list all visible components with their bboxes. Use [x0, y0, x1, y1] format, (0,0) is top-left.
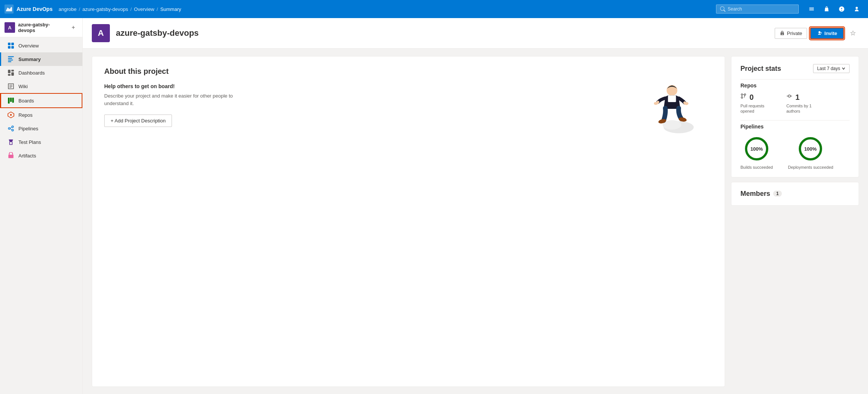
private-badge: Private	[775, 28, 807, 39]
pull-requests-metric: 0 Pull requests opened	[740, 93, 774, 114]
svg-rect-5	[8, 56, 14, 57]
shopping-bag-icon-btn[interactable]	[820, 2, 833, 16]
svg-rect-9	[8, 70, 11, 73]
pipelines-title: Pipelines	[740, 124, 850, 130]
test-plans-icon	[7, 138, 15, 146]
project-stats-card: Project stats Last 7 days Repos	[731, 56, 859, 177]
sidebar-item-dashboards[interactable]: Dashboards	[0, 66, 82, 79]
about-project-card: About this project Help others to get on…	[92, 56, 725, 387]
chevron-down-icon	[842, 67, 845, 70]
pipelines-divider	[740, 120, 850, 121]
svg-point-16	[10, 114, 12, 116]
breadcrumb-current: Summary	[160, 6, 181, 12]
svg-rect-24	[668, 95, 676, 102]
sidebar-item-wiki[interactable]: Wiki	[0, 79, 82, 93]
top-nav-icons	[805, 2, 863, 16]
sidebar-item-boards[interactable]: Boards	[0, 93, 82, 108]
private-label: Private	[787, 31, 802, 36]
svg-point-28	[741, 97, 743, 98]
sidebar-item-pipelines[interactable]: Pipelines	[0, 122, 82, 135]
members-header: Members 1	[740, 190, 850, 198]
about-subtitle: Help others to get on board!	[104, 83, 713, 89]
svg-rect-13	[8, 98, 10, 104]
members-count-badge: 1	[773, 191, 782, 197]
brand-name: Azure DevOps	[17, 6, 53, 12]
sidebar-item-summary[interactable]: Summary	[0, 52, 82, 66]
sidebar-item-repos[interactable]: Repos	[0, 108, 82, 122]
boards-icon	[7, 97, 15, 104]
svg-rect-12	[8, 74, 11, 76]
deployments-circle-wrap: 100% Deployments succeeded	[788, 136, 833, 170]
svg-rect-14	[10, 98, 12, 102]
search-box[interactable]: Search	[716, 5, 799, 14]
stats-period-label: Last 7 days	[817, 66, 840, 71]
sidebar-item-artifacts-label: Artifacts	[18, 153, 36, 159]
svg-rect-1	[8, 43, 11, 45]
user-icon-btn[interactable]	[850, 2, 863, 16]
project-header: A azure-gatsby-devops Private Invite ☆	[83, 18, 868, 49]
stats-period-button[interactable]: Last 7 days	[813, 64, 850, 73]
sidebar-project-avatar: A	[5, 22, 15, 33]
svg-rect-11	[11, 72, 14, 76]
list-icon-btn[interactable]	[805, 2, 818, 16]
brand-logo[interactable]: Azure DevOps	[5, 5, 53, 14]
project-header-avatar: A	[92, 24, 110, 42]
project-header-actions: Private Invite ☆	[775, 27, 859, 39]
svg-rect-3	[8, 46, 11, 49]
pipelines-icon	[7, 125, 15, 132]
sidebar-navigation: Overview Summary Dashboards	[0, 37, 82, 394]
sidebar: A azure-gatsby-devops + Overview	[0, 18, 83, 394]
breadcrumb: angrobe / azure-gatsby-devops / Overview…	[59, 6, 710, 12]
svg-rect-4	[11, 46, 14, 49]
repos-icon	[7, 111, 15, 119]
search-placeholder: Search	[728, 6, 742, 12]
members-card: Members 1	[731, 182, 859, 206]
stats-title: Project stats	[740, 65, 781, 73]
stats-header: Project stats Last 7 days	[740, 64, 850, 73]
sidebar-project-name: azure-gatsby-devops	[18, 22, 66, 33]
about-title: About this project	[104, 67, 713, 76]
repos-divider	[740, 79, 850, 79]
svg-rect-7	[8, 60, 13, 60]
sidebar-item-artifacts[interactable]: Artifacts	[0, 149, 82, 162]
breadcrumb-overview[interactable]: Overview	[134, 6, 154, 12]
running-figure-illustration	[642, 75, 702, 136]
main-content: A azure-gatsby-devops Private Invite ☆	[83, 18, 868, 394]
top-nav: Azure DevOps angrobe / azure-gatsby-devo…	[0, 0, 868, 18]
add-description-button[interactable]: + Add Project Description	[104, 115, 172, 127]
builds-pct-text: 100%	[750, 146, 763, 152]
search-icon	[720, 6, 725, 12]
stats-panel: Project stats Last 7 days Repos	[731, 56, 859, 387]
commits-metric: 1 Commits by 1 authors	[786, 93, 820, 114]
sidebar-item-wiki-label: Wiki	[18, 84, 28, 89]
svg-rect-15	[12, 98, 14, 103]
commits-value: 1	[795, 93, 800, 102]
sidebar-item-test-plans[interactable]: Test Plans	[0, 135, 82, 149]
azure-devops-icon	[5, 5, 14, 14]
sidebar-item-pipelines-label: Pipelines	[18, 126, 38, 131]
help-icon	[839, 6, 845, 12]
breadcrumb-org[interactable]: angrobe	[59, 6, 77, 12]
repos-metrics: 0 Pull requests opened 1	[740, 93, 850, 114]
invite-button[interactable]: Invite	[810, 27, 844, 39]
shopping-bag-icon	[824, 6, 830, 12]
breadcrumb-project[interactable]: azure-gatsby-devops	[82, 6, 128, 12]
svg-point-17	[8, 128, 10, 130]
artifacts-icon	[7, 152, 15, 159]
svg-rect-8	[8, 61, 11, 62]
commits-icon	[786, 93, 792, 99]
favorite-button[interactable]: ☆	[847, 27, 859, 39]
svg-point-27	[741, 94, 743, 95]
sidebar-item-boards-label: Boards	[18, 98, 34, 104]
overview-icon	[7, 42, 15, 49]
sidebar-item-overview[interactable]: Overview	[0, 39, 82, 52]
content-area: About this project Help others to get on…	[83, 49, 868, 394]
wiki-icon	[7, 82, 15, 90]
add-project-button[interactable]: +	[69, 23, 78, 32]
list-icon	[809, 6, 815, 12]
deployments-circle: 100%	[797, 136, 824, 162]
sidebar-item-summary-label: Summary	[18, 57, 41, 62]
svg-rect-10	[11, 70, 14, 72]
help-icon-btn[interactable]	[835, 2, 848, 16]
svg-rect-2	[11, 43, 14, 45]
